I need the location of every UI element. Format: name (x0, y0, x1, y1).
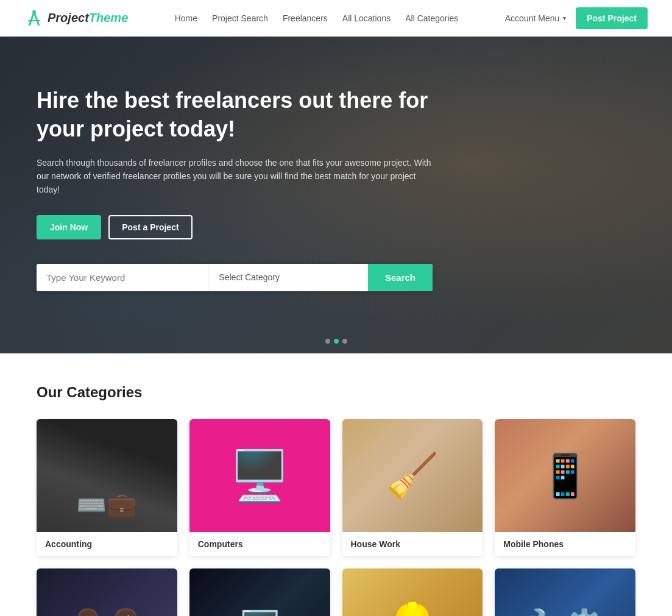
category-card-row2-1[interactable] (37, 568, 177, 616)
categories-grid-row1: Accounting Computers House Work Mobile P… (37, 419, 635, 556)
category-label-housework: House Work (342, 532, 483, 556)
slide-dot-2[interactable] (334, 339, 339, 344)
nav-freelancers[interactable]: Freelancers (283, 13, 328, 23)
hero-heading: Hire the best freelancers out there for … (37, 87, 433, 144)
category-card-mobile-phones[interactable]: Mobile Phones (495, 419, 635, 556)
category-image-row2-4 (495, 568, 635, 616)
category-card-computers[interactable]: Computers (189, 419, 330, 556)
join-now-button[interactable]: Join Now (37, 215, 101, 239)
category-card-row2-2[interactable] (189, 568, 330, 616)
account-menu-button[interactable]: Account Menu ▾ (505, 13, 567, 23)
nav-home[interactable]: Home (175, 13, 197, 23)
category-label-mobile-phones: Mobile Phones (495, 532, 635, 556)
category-image-mobile-phones (495, 419, 635, 532)
category-label-computers: Computers (189, 532, 330, 556)
slide-dot-1[interactable] (325, 339, 330, 344)
slide-dots (325, 339, 347, 344)
search-keyword-input[interactable] (37, 264, 209, 291)
category-image-accounting (37, 419, 177, 532)
category-card-row2-3[interactable] (342, 568, 483, 616)
search-button[interactable]: Search (368, 264, 433, 291)
post-project-button[interactable]: Post Project (576, 7, 648, 29)
header-right: Account Menu ▾ Post Project (505, 7, 648, 29)
search-bar: Select Category Search (37, 264, 433, 291)
categories-title: Our Categories (37, 384, 635, 401)
category-image-row2-2 (189, 568, 330, 616)
category-image-row2-1 (37, 568, 177, 616)
nav-all-categories[interactable]: All Categories (405, 13, 458, 23)
category-card-housework[interactable]: House Work (342, 419, 483, 556)
category-image-row2-3 (342, 568, 483, 616)
search-category-select[interactable]: Select Category (209, 264, 368, 291)
nav-all-locations[interactable]: All Locations (342, 13, 391, 23)
category-image-housework (342, 419, 483, 532)
hero-subtext: Search through thousands of freelancer p… (37, 156, 433, 197)
category-image-computers (189, 419, 330, 532)
nav-project-search[interactable]: Project Search (212, 13, 268, 23)
account-menu-label: Account Menu (505, 13, 560, 23)
logo-icon (24, 9, 44, 28)
chevron-down-icon: ▾ (563, 15, 566, 21)
svg-point-0 (32, 10, 36, 14)
hero-buttons: Join Now Post a Project (37, 215, 433, 239)
slide-dot-3[interactable] (342, 339, 347, 344)
hero-content: Hire the best freelancers out there for … (37, 87, 433, 291)
post-project-hero-button[interactable]: Post a Project (108, 215, 192, 239)
category-label-accounting: Accounting (37, 532, 177, 556)
logo[interactable]: ProjectTheme (24, 9, 128, 28)
category-card-accounting[interactable]: Accounting (37, 419, 177, 556)
category-card-row2-4[interactable] (495, 568, 635, 616)
header: ProjectTheme Home Project Search Freelan… (0, 0, 672, 37)
hero-section: Hire the best freelancers out there for … (0, 37, 672, 353)
logo-text: ProjectTheme (48, 11, 128, 25)
main-nav: Home Project Search Freelancers All Loca… (175, 13, 459, 23)
categories-grid-row2 (37, 568, 635, 616)
categories-section: Our Categories Accounting Computers Hous… (0, 353, 672, 616)
